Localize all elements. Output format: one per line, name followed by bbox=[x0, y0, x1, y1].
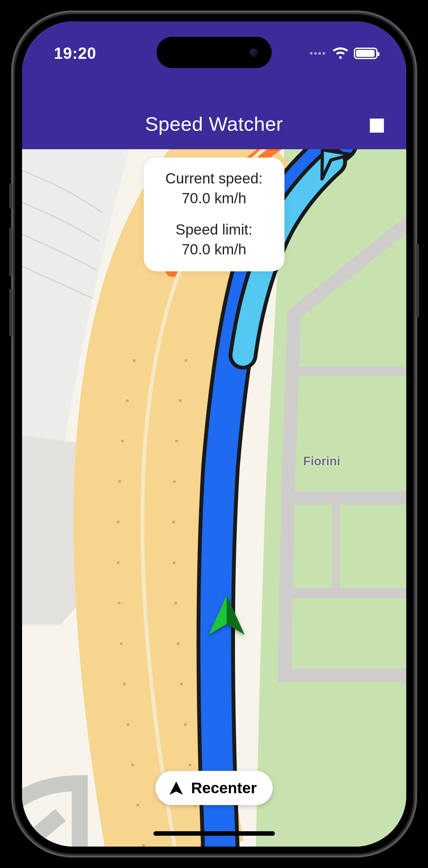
battery-icon bbox=[354, 48, 377, 59]
speed-limit-value: 70.0 km/h bbox=[165, 241, 263, 258]
recenter-icon bbox=[168, 780, 184, 796]
status-time: 19:20 bbox=[54, 44, 96, 63]
screen: 19:20 Speed Watcher bbox=[22, 22, 406, 846]
status-right bbox=[310, 46, 377, 61]
location-arrow-icon bbox=[204, 593, 249, 638]
phone-frame: 19:20 Speed Watcher bbox=[11, 10, 417, 858]
dynamic-island bbox=[157, 37, 272, 68]
side-button bbox=[9, 288, 12, 337]
map-view[interactable]: Current speed: 70.0 km/h Speed limit: 70… bbox=[22, 149, 406, 846]
stop-button[interactable] bbox=[370, 119, 384, 133]
home-indicator[interactable] bbox=[153, 831, 275, 836]
current-speed-value: 70.0 km/h bbox=[165, 189, 263, 207]
speed-limit-label: Speed limit: bbox=[165, 221, 263, 238]
side-button bbox=[9, 183, 12, 209]
signal-dots-icon bbox=[310, 52, 325, 55]
side-button bbox=[416, 244, 419, 317]
current-speed-label: Current speed: bbox=[165, 170, 263, 187]
map-place-label: Fiorini bbox=[303, 455, 340, 468]
speed-panel: Current speed: 70.0 km/h Speed limit: 70… bbox=[144, 158, 284, 271]
recenter-button[interactable]: Recenter bbox=[155, 771, 273, 805]
wifi-icon bbox=[333, 46, 348, 61]
app-title: Speed Watcher bbox=[145, 113, 283, 135]
side-button bbox=[9, 228, 12, 276]
recenter-label: Recenter bbox=[191, 779, 257, 797]
